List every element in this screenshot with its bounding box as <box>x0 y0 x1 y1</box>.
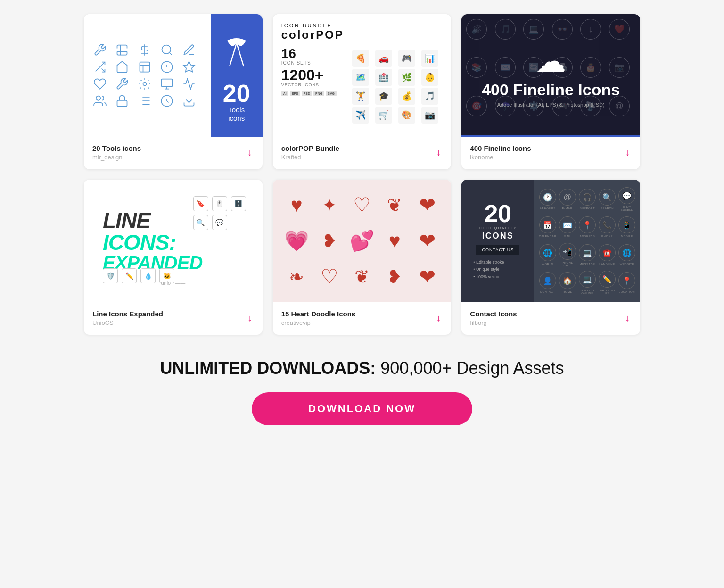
colorpop-sets-label: ICON SETS <box>281 60 347 66</box>
address-icon: 📍 <box>579 216 596 233</box>
colorpop-author: Krafted <box>281 154 339 161</box>
contact-cell-mobile: 📱 MOBILE <box>618 216 635 238</box>
landline-icon: ☎️ <box>599 244 616 261</box>
calendar-icon: 📅 <box>539 216 556 233</box>
world-icon: 🌐 <box>539 244 556 261</box>
side-icon: 🗄️ <box>231 196 246 211</box>
world-label: WORLD <box>542 263 553 265</box>
hearts-grid: ♥ ✦ ♡ ❦ ❤ 💗 ❥ 💕 ♥ ❤ ❧ ♡ ❦ ❥ ❤ <box>273 180 452 302</box>
contact-cell-calendar: 📅 CALENDAR <box>539 216 556 238</box>
line-author: UnioCS <box>92 319 163 326</box>
bottom-section: UNLIMITED DOWNLOADS: 900,000+ Design Ass… <box>84 358 640 425</box>
heart-15: ❤ <box>419 267 436 287</box>
card-line-image: 🔖 🖱️ 🗄️ 🔍 💬 LINE ICONS: EXPANDED <box>84 180 263 302</box>
card-colorpop: ICON BUNDLE colorPOP 16 ICON SETS 1200+ … <box>273 14 452 169</box>
contact-person-label: CONTACT <box>540 290 555 293</box>
fi-icon: 💻 <box>523 19 544 40</box>
line-word: LINE <box>103 210 202 232</box>
mini-icon: 🍕 <box>352 50 369 67</box>
mini-icon: 🚗 <box>375 50 392 67</box>
line-download-button[interactable]: ↓ <box>246 311 254 325</box>
fi-icon: 👓 <box>552 19 573 40</box>
mini-icon: 🏥 <box>375 69 392 86</box>
mini-icon: 🎵 <box>421 88 438 105</box>
card-hearts-footer: 15 Heart Doodle Icons creativevip ↓ <box>273 302 452 335</box>
contact-cell-home: 🏠 HOME <box>559 272 576 293</box>
card-colorpop-footer: colorPOP Bundle Krafted ↓ <box>273 137 452 169</box>
support-icon: 🎧 <box>579 189 596 206</box>
fineline-download-button[interactable]: ↓ <box>623 145 632 160</box>
heart-6: 💗 <box>284 231 309 251</box>
fi-icon: 🎵 <box>495 19 516 40</box>
contact-us-label: CONTACT US <box>476 245 519 255</box>
contact-bg: 20 HIGH QUALITY ICONS CONTACT US Editabl… <box>461 180 640 302</box>
mobile-icon: 📱 <box>618 216 635 233</box>
assets-label: 900,000+ Design Assets <box>380 358 564 378</box>
colorpop-download-button[interactable]: ↓ <box>434 145 443 160</box>
svg-line-25 <box>237 43 244 66</box>
heart-11: ❧ <box>289 268 304 286</box>
mini-icon: 🎨 <box>398 107 415 124</box>
line-title: Line Icons Expanded <box>92 310 163 318</box>
contact-download-button[interactable]: ↓ <box>623 311 632 325</box>
phone-icon: 📞 <box>599 216 616 233</box>
phone-label: PHONE <box>601 235 613 238</box>
tools-title: 20 Tools icons <box>92 144 141 152</box>
contact-left-panel: 20 HIGH QUALITY ICONS CONTACT US Editabl… <box>461 180 534 302</box>
side-icon: 🛡️ <box>103 268 118 283</box>
fineline-title: 400 Fineline Icons <box>482 81 620 99</box>
svg-rect-11 <box>161 79 172 87</box>
badge-png: PNG <box>313 91 324 96</box>
card-contact-image: 20 HIGH QUALITY ICONS CONTACT US Editabl… <box>461 180 640 302</box>
tools-count: 20 <box>223 81 250 106</box>
chat-icon: 💬 <box>618 187 635 204</box>
mail-icon: ✉️ <box>559 216 576 233</box>
card-tools-footer: 20 Tools icons mir_design ↓ <box>84 137 263 169</box>
colorpop-badges: AI EPS PSD PNG SVG <box>281 91 347 96</box>
colorpop-left: 16 ICON SETS 1200+ VECTOR ICONS AI EPS P… <box>281 45 347 128</box>
heart-3: ♡ <box>353 195 371 215</box>
side-icon: 💧 <box>140 268 156 283</box>
online-icon: 💻 <box>579 271 596 288</box>
heart-12: ♡ <box>321 267 338 287</box>
hearts-title: 15 Heart Doodle Icons <box>281 310 356 318</box>
feature-1: Editable stroke <box>473 259 527 266</box>
contact-person-icon: 👤 <box>539 272 556 289</box>
email-label: E-MAIL <box>562 207 573 210</box>
contact-cell-website: 🌐 WEBSITE <box>618 244 635 265</box>
contact-cell-online: 💻 CONTACT ONLINE <box>579 271 596 295</box>
contact-cell-support: 🎧 SUPPORT <box>579 189 596 210</box>
heart-13: ❦ <box>354 268 370 286</box>
line-icons-wrap: 🔖 🖱️ 🗄️ 🔍 💬 LINE ICONS: EXPANDED <box>93 189 253 293</box>
svg-line-24 <box>230 43 237 66</box>
svg-rect-15 <box>117 100 127 107</box>
contact-cell-location: 📍 LOCATION <box>618 272 635 293</box>
heart-7: ❥ <box>322 232 337 250</box>
download-now-button[interactable]: DOWNLOAD NOW <box>252 392 472 425</box>
contact-cell-email: @ E-MAIL <box>559 189 576 210</box>
card-colorpop-image: ICON BUNDLE colorPOP 16 ICON SETS 1200+ … <box>273 14 452 137</box>
line-icons-text: LINE ICONS: EXPANDED <box>103 210 202 272</box>
card-fineline-footer: 400 Fineline Icons ikonome ↓ <box>461 137 640 169</box>
mini-icon: 🎮 <box>398 50 415 67</box>
email-icon: @ <box>559 189 576 206</box>
location-icon: 📍 <box>618 272 635 289</box>
colorpop-logo: ICON BUNDLE colorPOP <box>281 23 443 41</box>
mini-icon: 🌿 <box>398 69 415 86</box>
mini-icon: 👶 <box>421 69 438 86</box>
colorpop-logo-sub: ICON BUNDLE <box>281 23 443 28</box>
badge-eps: EPS <box>290 91 300 96</box>
side-icon: 🖱️ <box>212 196 227 211</box>
hearts-download-button[interactable]: ↓ <box>434 311 443 325</box>
online-label: CONTACT ONLINE <box>579 289 596 295</box>
heart-1: ♥ <box>291 195 303 215</box>
side-icon: ✏️ <box>122 268 137 283</box>
tools-download-button[interactable]: ↓ <box>246 145 254 160</box>
mini-icon: 💰 <box>398 88 415 105</box>
calendar-label: CALENDAR <box>539 235 556 238</box>
contact-cell-phonecall: 📲 PHONE CALL <box>559 243 576 267</box>
website-label: WEBSITE <box>620 263 634 265</box>
search-label: SEARCH <box>601 207 614 210</box>
card-line-icons: 🔖 🖱️ 🗄️ 🔍 💬 LINE ICONS: EXPANDED <box>84 180 263 335</box>
support-label: SUPPORT <box>580 207 595 210</box>
